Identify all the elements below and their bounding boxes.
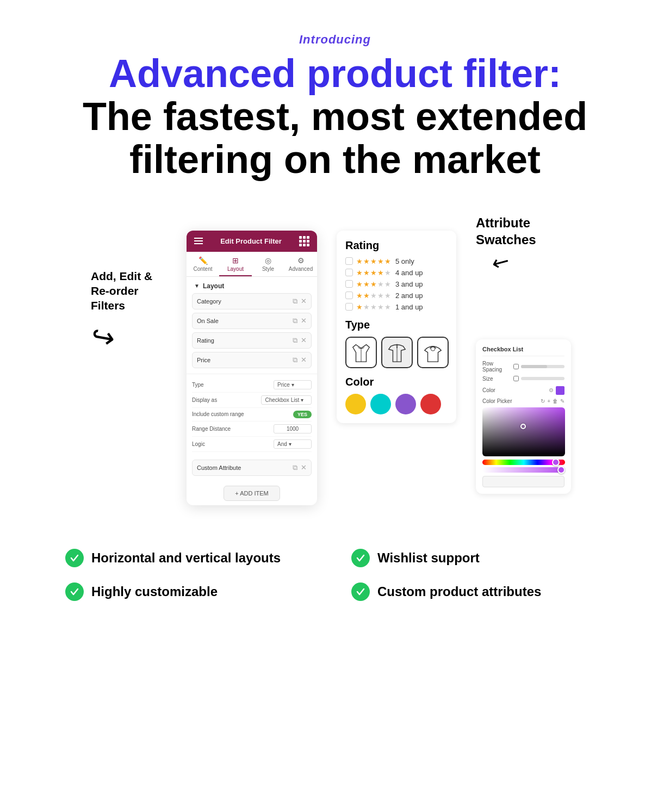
- trash-icon[interactable]: 🗑: [553, 398, 558, 404]
- size-checkbox[interactable]: [513, 376, 519, 381]
- type-item-3[interactable]: [417, 337, 449, 368]
- check-icon-3: [70, 587, 79, 597]
- stars-4: ★ ★ ★ ★ ★: [356, 269, 391, 277]
- features-section: Horizontal and vertical layouts Wishlist…: [0, 516, 670, 634]
- introducing-label: Introducing: [22, 33, 648, 47]
- right-section: Attribute Swatches ↙ Checkbox List Row S…: [476, 214, 579, 494]
- tab-content-icon: ✏️: [189, 256, 217, 265]
- tab-content[interactable]: ✏️ Content: [187, 252, 219, 276]
- add-item-button[interactable]: + ADD ITEM: [224, 486, 280, 501]
- filter-item-onsale: On Sale ⧉ ✕: [192, 313, 312, 329]
- close-icon-4[interactable]: ✕: [301, 356, 307, 364]
- annotation-right-arrow: ↙: [487, 247, 514, 277]
- type-item-1[interactable]: [345, 337, 377, 368]
- hamburger-icon: [194, 238, 203, 244]
- type-dropdown[interactable]: Price ▾: [274, 380, 312, 389]
- copy-icon-2[interactable]: ⧉: [293, 317, 297, 325]
- check-icon-4: [356, 587, 365, 597]
- close-icon-5[interactable]: ✕: [301, 463, 307, 472]
- row-spacing-row: Row Spacing: [482, 361, 564, 373]
- swatch-cyan[interactable]: [370, 394, 391, 414]
- type-item-2[interactable]: [381, 337, 413, 368]
- tab-advanced-icon: ⚙: [287, 256, 315, 265]
- check-badge-1: [65, 549, 84, 567]
- checkbox-5[interactable]: [345, 257, 353, 265]
- type-items: [345, 337, 448, 368]
- checkbox-1[interactable]: [345, 303, 353, 311]
- refresh-icon[interactable]: ↻: [541, 398, 545, 404]
- display-dropdown[interactable]: Checkbox List ▾: [261, 395, 312, 405]
- swatch-red[interactable]: [420, 394, 441, 414]
- filter-tabs: ✏️ Content ⊞ Layout ◎ Style ⚙ Advanced: [187, 252, 317, 277]
- tab-advanced[interactable]: ⚙ Advanced: [284, 252, 317, 276]
- color-picker-actions: ↻ + 🗑 ✎: [541, 398, 564, 404]
- rating-row-4: ★ ★ ★ ★ ★ 4 and up: [345, 269, 448, 277]
- section-arrow: ▼: [194, 283, 200, 289]
- stars-2: ★ ★ ★ ★ ★: [356, 292, 391, 300]
- swatch-yellow[interactable]: [345, 394, 366, 414]
- rating-type-panel: Rating ★ ★ ★ ★ ★ 5 only: [337, 231, 456, 423]
- close-icon[interactable]: ✕: [301, 297, 307, 306]
- add-icon[interactable]: +: [547, 398, 550, 404]
- tab-layout-icon: ⊞: [221, 256, 250, 265]
- title-blue: Advanced product filter:: [109, 52, 561, 95]
- annotation-left: Add, Edit &Re-orderFilters ↩: [91, 214, 178, 354]
- annotation-right-text: Attribute Swatches: [476, 214, 579, 248]
- toggle-custom-range[interactable]: YES: [293, 411, 312, 418]
- logic-dropdown[interactable]: And ▾: [274, 439, 312, 449]
- feature-custom-attributes: Custom product attributes: [351, 582, 605, 601]
- close-icon-2[interactable]: ✕: [301, 317, 307, 325]
- grid-icon: [299, 236, 309, 246]
- jacket-icon-1: [351, 342, 371, 363]
- color-square[interactable]: [556, 386, 564, 395]
- checkbox-3[interactable]: [345, 280, 353, 288]
- check-badge-2: [351, 549, 370, 567]
- copy-icon-4[interactable]: ⧉: [293, 356, 297, 364]
- row-spacing-checkbox[interactable]: [513, 364, 519, 369]
- swatch-purple[interactable]: [395, 394, 416, 414]
- annotation-left-arrow: ↩: [88, 319, 117, 355]
- size-row: Size: [482, 376, 564, 382]
- check-badge-4: [351, 582, 370, 601]
- copy-icon[interactable]: ⧉: [293, 297, 297, 306]
- filter-settings-section: Type Price ▾ Display as Checkbox List ▾ …: [187, 374, 317, 455]
- feature-label-3: Highly customizable: [91, 584, 218, 599]
- color-gradient[interactable]: [482, 407, 565, 456]
- rating-row-1: ★ ★ ★ ★ ★ 1 and up: [345, 303, 448, 311]
- rating-row-2: ★ ★ ★ ★ ★ 2 and up: [345, 292, 448, 300]
- feature-wishlist: Wishlist support: [351, 549, 605, 567]
- range-distance-input[interactable]: 1000: [274, 424, 312, 433]
- check-badge-3: [65, 582, 84, 601]
- row-spacing-slider[interactable]: [521, 365, 564, 368]
- stars-5: ★ ★ ★ ★ ★: [356, 257, 391, 265]
- content-panels-wrapper: Add, Edit &Re-orderFilters ↩ Edit Produc…: [0, 203, 670, 516]
- jacket-icon-2: [387, 342, 407, 363]
- annotation-right: Attribute Swatches ↙: [476, 214, 579, 274]
- copy-icon-3[interactable]: ⧉: [293, 336, 297, 345]
- page-wrapper: Introducing Advanced product filter: The…: [0, 0, 670, 812]
- size-slider[interactable]: [521, 377, 564, 380]
- feature-label-4: Custom product attributes: [377, 584, 541, 599]
- check-icon-2: [356, 553, 365, 563]
- edit-icon[interactable]: ✎: [560, 398, 564, 404]
- copy-icon-5[interactable]: ⧉: [293, 463, 297, 472]
- tab-layout[interactable]: ⊞ Layout: [219, 252, 252, 276]
- filter-item-category: Category ⧉ ✕: [192, 293, 312, 309]
- opacity-slider-thumb: [557, 466, 565, 474]
- rating-title: Rating: [345, 239, 448, 252]
- checkbox-2[interactable]: [345, 292, 353, 299]
- hex-input[interactable]: #D28CDA: [482, 476, 564, 487]
- opacity-slider[interactable]: [482, 467, 565, 473]
- hue-slider[interactable]: [482, 460, 565, 465]
- tab-style[interactable]: ◎ Style: [252, 252, 284, 276]
- filter-item-custom: Custom Attribute ⧉ ✕: [192, 460, 312, 476]
- setting-type: Type Price ▾: [192, 377, 312, 393]
- checkbox-4[interactable]: [345, 269, 353, 276]
- close-icon-3[interactable]: ✕: [301, 336, 307, 345]
- filter-section-title: ▼ Layout: [187, 277, 317, 293]
- panels-center: Edit Product Filter ✏️ Content ⊞: [187, 214, 467, 505]
- stars-1: ★ ★ ★ ★ ★: [356, 303, 391, 311]
- feature-label-1: Horizontal and vertical layouts: [91, 550, 281, 566]
- header-section: Introducing Advanced product filter: The…: [0, 0, 670, 203]
- rating-row-3: ★ ★ ★ ★ ★ 3 and up: [345, 280, 448, 288]
